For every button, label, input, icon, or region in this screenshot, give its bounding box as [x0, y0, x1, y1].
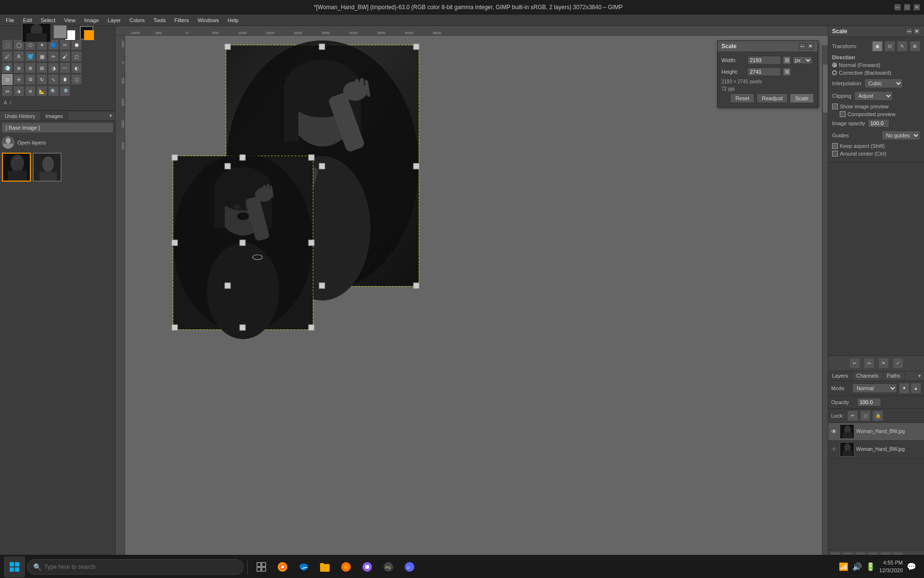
- tool-pencil[interactable]: ✏: [48, 51, 59, 62]
- taskbar-firefox[interactable]: [273, 557, 292, 577]
- composited-preview-checkbox[interactable]: [840, 111, 846, 117]
- scale-unit-select[interactable]: px % mm: [793, 56, 812, 64]
- menu-view[interactable]: View: [60, 16, 79, 24]
- handle-bot-mid[interactable]: [319, 283, 325, 289]
- image-thumb-1[interactable]: [2, 153, 31, 182]
- tool-paths[interactable]: 🖊: [2, 51, 13, 62]
- tool-smudge[interactable]: 〰: [60, 63, 70, 73]
- scale-handle-mc[interactable]: [240, 240, 245, 246]
- handle-top-left[interactable]: [225, 44, 231, 50]
- canvas-content[interactable]: Scale — ✕ Width: ⛓ px %: [125, 36, 828, 564]
- menu-tools[interactable]: Tools: [150, 16, 170, 24]
- tool-scissors[interactable]: ✂: [60, 39, 70, 50]
- network-icon[interactable]: 📶: [839, 562, 848, 571]
- tool-dodge-burn[interactable]: ◐: [71, 63, 82, 73]
- handle-bot-right[interactable]: [413, 283, 419, 289]
- right-panel-close[interactable]: ✕: [913, 28, 920, 35]
- scale-handle-br[interactable]: [308, 325, 314, 330]
- tool-blur-sharpen[interactable]: ◑: [48, 63, 59, 73]
- scale-handle-mr[interactable]: [308, 240, 314, 246]
- tool-airbrush[interactable]: 💨: [2, 63, 13, 73]
- tab-undo-history[interactable]: Undo History: [0, 112, 41, 120]
- scale-handle-tm[interactable]: [240, 155, 245, 160]
- taskbar-search[interactable]: 🔍: [27, 559, 244, 575]
- menu-image[interactable]: Image: [80, 16, 103, 24]
- taskbar-explorer[interactable]: [315, 557, 334, 577]
- transform-layer-btn[interactable]: ▣: [872, 41, 883, 52]
- layer-visibility-icon-2[interactable]: 👁: [830, 446, 838, 453]
- taskbar-gimp[interactable]: PS: [379, 557, 398, 577]
- tool-shear[interactable]: ⬮: [60, 74, 70, 85]
- volume-icon[interactable]: 🔊: [852, 562, 862, 571]
- scale-dialog-close[interactable]: ✕: [807, 43, 814, 50]
- reset-icon-btn[interactable]: ↩: [849, 358, 860, 368]
- handle-bot-left[interactable]: [225, 283, 231, 289]
- tab-channels[interactable]: Channels: [852, 371, 883, 381]
- tool-eraser[interactable]: ◻: [71, 51, 82, 62]
- scale-handle-bm[interactable]: [240, 325, 245, 330]
- confirm-icon-btn[interactable]: ✓: [893, 358, 903, 368]
- taskbar-purple[interactable]: [358, 557, 377, 577]
- battery-icon[interactable]: 🔋: [866, 562, 875, 571]
- tool-perspective-clone[interactable]: ⊞: [37, 63, 47, 73]
- mode-icon-2[interactable]: ▲: [911, 383, 921, 394]
- handle-mid-left[interactable]: [225, 163, 231, 169]
- lock-pixels-btn[interactable]: ✏: [847, 410, 858, 421]
- scale-width-input[interactable]: [747, 56, 781, 65]
- image-thumb-preview-2[interactable]: [33, 153, 62, 182]
- redo-icon-btn[interactable]: ↪: [864, 358, 874, 368]
- scale-button[interactable]: Scale: [790, 93, 814, 103]
- window-controls[interactable]: — □ ✕: [894, 4, 920, 11]
- tool-rect-select[interactable]: ⬚: [2, 39, 13, 50]
- foreground-color[interactable]: [53, 25, 67, 39]
- tool-flip[interactable]: ⇔: [2, 86, 13, 96]
- tool-clone[interactable]: ⊕: [13, 63, 24, 73]
- menu-layer[interactable]: Layer: [104, 16, 125, 24]
- handle-top-mid[interactable]: [319, 44, 325, 50]
- mode-select[interactable]: Normal Multiply Screen Overlay: [852, 383, 897, 393]
- chain-icon[interactable]: ⛓: [783, 56, 791, 64]
- lock-alpha-btn[interactable]: ◻: [860, 410, 871, 421]
- right-panel-minimize[interactable]: —: [906, 28, 912, 35]
- tool-zoom[interactable]: 🔎: [60, 86, 70, 96]
- handle-center[interactable]: [319, 163, 325, 169]
- interpolation-select[interactable]: Cubic Linear None NoHalo LoHalo: [864, 79, 903, 88]
- mode-icon-1[interactable]: ▼: [899, 383, 910, 394]
- taskbar-discord[interactable]: D: [400, 557, 419, 577]
- image-preview-thumb[interactable]: [22, 23, 51, 42]
- handle-mid-right[interactable]: [413, 163, 419, 169]
- chain-icon-2[interactable]: ⛓: [783, 68, 791, 76]
- tab-layers[interactable]: Layers: [828, 371, 852, 381]
- layers-panel-close[interactable]: ▾: [915, 371, 924, 381]
- scale-dialog-minimize[interactable]: —: [799, 43, 806, 50]
- minimize-button[interactable]: —: [894, 4, 901, 11]
- tool-align[interactable]: ⊟: [2, 74, 13, 85]
- transform-selection-btn[interactable]: ⊡: [885, 41, 895, 52]
- start-button[interactable]: [4, 556, 25, 578]
- image-thumb-2[interactable]: [33, 153, 62, 182]
- tool-rotate[interactable]: ↻: [37, 74, 47, 85]
- around-center-checkbox[interactable]: [832, 151, 838, 157]
- scale-height-input[interactable]: [747, 67, 781, 76]
- v-scrollbar-thumb[interactable]: [823, 65, 828, 113]
- menu-help[interactable]: Help: [224, 16, 243, 24]
- tool-paintbrush[interactable]: 🖌: [60, 51, 70, 62]
- normal-radio[interactable]: [832, 63, 837, 67]
- bg-color-swatch[interactable]: [84, 30, 94, 40]
- tool-transform-3d[interactable]: ⬗: [13, 86, 24, 96]
- tool-foreground-select[interactable]: ⬣: [71, 39, 82, 50]
- image-opacity-input[interactable]: [868, 119, 889, 128]
- menu-windows[interactable]: Windows: [193, 16, 223, 24]
- lock-position-btn[interactable]: 🔒: [873, 410, 883, 421]
- tool-scale[interactable]: ⤡: [48, 74, 59, 85]
- clock[interactable]: 4:55 PM 12/3/2020: [879, 559, 903, 574]
- tool-perspective[interactable]: ⬡: [71, 74, 82, 85]
- maximize-button[interactable]: □: [904, 4, 911, 11]
- task-view-btn[interactable]: [252, 557, 271, 577]
- close-button[interactable]: ✕: [913, 4, 920, 11]
- transform-path-btn[interactable]: ✎: [897, 41, 908, 52]
- layer-item[interactable]: 👁 Woman_Hand_BW.jpg: [828, 423, 924, 441]
- image-thumb-preview[interactable]: [2, 153, 31, 182]
- clipping-select[interactable]: Adjust Clip Crop to result: [854, 91, 893, 101]
- guides-select[interactable]: No guides Rule of thirds Golden ratio: [882, 131, 920, 140]
